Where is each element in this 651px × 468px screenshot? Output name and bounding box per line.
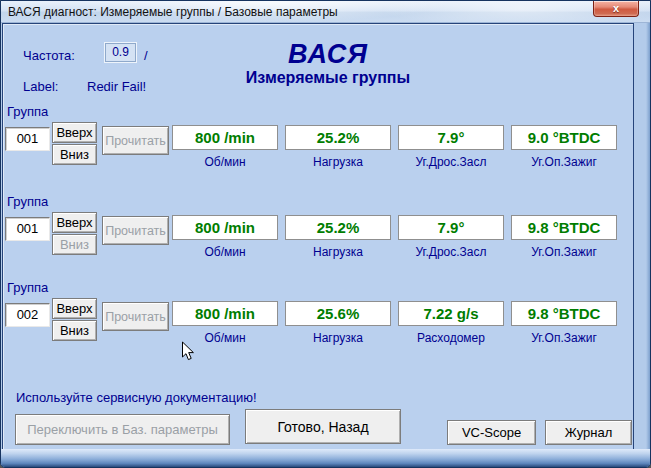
title-bar[interactable]: ВАСЯ диагност: Измеряемые группы / Базов… xyxy=(1,1,650,23)
label-value: Redir Fail! xyxy=(87,79,146,94)
page-title: Измеряемые группы xyxy=(153,68,503,87)
group-up-button[interactable]: Вверх xyxy=(52,298,97,319)
value-cell: 9.0 °BTDC xyxy=(511,125,617,150)
value-cell: 800 /min xyxy=(172,215,278,240)
header-title-block: ВАСЯ Измеряемые группы xyxy=(153,40,503,87)
group-read-button[interactable]: Прочитать xyxy=(102,302,169,331)
frequency-suffix: / xyxy=(144,48,148,63)
group-number-field[interactable]: 001 xyxy=(5,217,50,241)
value-cell: 25.6% xyxy=(285,301,391,326)
value-cell: 7.22 g/s xyxy=(398,301,504,326)
service-doc-hint: Используйте сервисную документацию! xyxy=(16,390,257,405)
frequency-field[interactable]: 0.9 xyxy=(105,43,136,62)
group-number-field[interactable]: 002 xyxy=(5,303,50,327)
window-right-frame xyxy=(646,23,650,453)
switch-to-basic-settings-button[interactable]: Переключить в Баз. параметры xyxy=(15,414,230,445)
value-cell: 7.9° xyxy=(398,125,504,150)
value-cell: 800 /min xyxy=(172,301,278,326)
value-cell: 25.2% xyxy=(285,215,391,240)
done-back-button[interactable]: Готово, Назад xyxy=(245,409,401,444)
group-row-1: Группа 001 Вверх Вниз Прочитать 800 /min… xyxy=(3,104,635,190)
group-number-field[interactable]: 001 xyxy=(5,127,50,151)
unit-label: Уг.Оп.Зажиг xyxy=(511,331,617,345)
label-caption: Label: xyxy=(23,79,58,94)
group-caption: Группа xyxy=(7,194,48,209)
unit-label: Расходомер xyxy=(398,331,504,345)
frequency-label: Частота: xyxy=(23,48,75,63)
unit-label: Уг.Дрос.Засл xyxy=(398,155,504,169)
unit-label: Нагрузка xyxy=(285,245,391,259)
app-title: ВАСЯ xyxy=(153,40,503,68)
app-window: ВАСЯ диагност: Измеряемые группы / Базов… xyxy=(0,0,651,468)
unit-label: Нагрузка xyxy=(285,331,391,345)
group-row-2: Группа 001 Вверх Вниз Прочитать 800 /min… xyxy=(3,194,635,280)
group-row-3: Группа 002 Вверх Вниз Прочитать 800 /min… xyxy=(3,280,635,366)
group-up-button[interactable]: Вверх xyxy=(52,212,97,233)
close-button[interactable]: x xyxy=(593,1,639,17)
log-button[interactable]: Журнал xyxy=(545,420,632,445)
close-icon: x xyxy=(613,2,619,14)
value-cell: 9.8 °BTDC xyxy=(511,215,617,240)
unit-label: Уг.Оп.Зажиг xyxy=(511,155,617,169)
unit-label: Уг.Оп.Зажиг xyxy=(511,245,617,259)
value-cell: 9.8 °BTDC xyxy=(511,301,617,326)
vc-scope-button[interactable]: VC-Scope xyxy=(447,420,536,445)
group-read-button[interactable]: Прочитать xyxy=(102,216,169,245)
mouse-cursor-icon xyxy=(181,341,195,362)
group-down-button[interactable]: Вниз xyxy=(52,320,97,341)
group-read-button[interactable]: Прочитать xyxy=(102,126,169,155)
dialog-client-area: Частота: 0.9 / Label: Redir Fail! ВАСЯ И… xyxy=(2,23,634,450)
unit-label: Об/мин xyxy=(172,155,278,169)
group-up-button[interactable]: Вверх xyxy=(52,122,97,143)
group-down-button[interactable]: Вниз xyxy=(52,144,97,165)
unit-label: Нагрузка xyxy=(285,155,391,169)
group-caption: Группа xyxy=(7,280,48,295)
group-down-button[interactable]: Вниз xyxy=(52,234,97,255)
value-cell: 7.9° xyxy=(398,215,504,240)
value-cell: 800 /min xyxy=(172,125,278,150)
unit-label: Об/мин xyxy=(172,245,278,259)
unit-label: Уг.Дрос.Засл xyxy=(398,245,504,259)
group-caption: Группа xyxy=(7,104,48,119)
window-title: ВАСЯ диагност: Измеряемые группы / Базов… xyxy=(8,5,338,19)
window-bottom-frame xyxy=(1,449,650,467)
value-cell: 25.2% xyxy=(285,125,391,150)
